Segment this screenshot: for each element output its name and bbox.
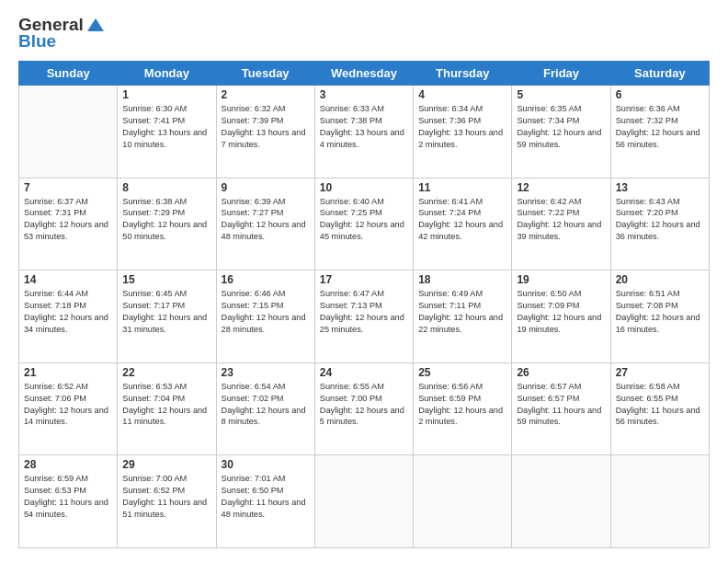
day-info: Sunrise: 6:33 AM Sunset: 7:38 PM Dayligh… bbox=[320, 103, 408, 151]
daylight-label: Daylight: 12 hours and 50 minutes. bbox=[122, 220, 207, 241]
weekday-header-friday: Friday bbox=[512, 62, 610, 86]
sunset-label: Sunset: 7:15 PM bbox=[222, 301, 284, 310]
daylight-label: Daylight: 12 hours and 36 minutes. bbox=[616, 220, 700, 241]
calendar-cell: 8 Sunrise: 6:38 AM Sunset: 7:29 PM Dayli… bbox=[118, 178, 216, 270]
sunrise-label: Sunrise: 6:49 AM bbox=[418, 289, 483, 298]
sunset-label: Sunset: 7:00 PM bbox=[320, 394, 382, 403]
daylight-label: Daylight: 12 hours and 31 minutes. bbox=[122, 313, 207, 334]
day-info: Sunrise: 6:40 AM Sunset: 7:25 PM Dayligh… bbox=[320, 196, 408, 244]
calendar-cell bbox=[314, 455, 413, 548]
day-info: Sunrise: 6:35 AM Sunset: 7:34 PM Dayligh… bbox=[517, 103, 605, 151]
calendar-cell: 10 Sunrise: 6:40 AM Sunset: 7:25 PM Dayl… bbox=[314, 178, 413, 270]
sunrise-label: Sunrise: 7:00 AM bbox=[122, 474, 187, 483]
calendar-cell: 21 Sunrise: 6:52 AM Sunset: 7:06 PM Dayl… bbox=[19, 362, 118, 455]
day-info: Sunrise: 6:50 AM Sunset: 7:09 PM Dayligh… bbox=[517, 288, 605, 336]
day-number: 17 bbox=[320, 273, 408, 286]
sunrise-label: Sunrise: 6:44 AM bbox=[24, 289, 88, 298]
calendar-week-4: 21 Sunrise: 6:52 AM Sunset: 7:06 PM Dayl… bbox=[19, 362, 710, 455]
calendar-cell: 5 Sunrise: 6:35 AM Sunset: 7:34 PM Dayli… bbox=[512, 86, 610, 178]
day-number: 9 bbox=[222, 181, 310, 194]
sunrise-label: Sunrise: 6:35 AM bbox=[517, 104, 581, 113]
sunrise-label: Sunrise: 6:52 AM bbox=[24, 382, 88, 391]
calendar-cell: 11 Sunrise: 6:41 AM Sunset: 7:24 PM Dayl… bbox=[414, 178, 512, 270]
daylight-label: Daylight: 13 hours and 10 minutes. bbox=[122, 128, 207, 149]
day-info: Sunrise: 6:57 AM Sunset: 6:57 PM Dayligh… bbox=[517, 381, 605, 429]
daylight-label: Daylight: 12 hours and 53 minutes. bbox=[24, 220, 108, 241]
daylight-label: Daylight: 12 hours and 2 minutes. bbox=[418, 406, 503, 427]
sunset-label: Sunset: 7:18 PM bbox=[24, 301, 86, 310]
day-info: Sunrise: 6:34 AM Sunset: 7:36 PM Dayligh… bbox=[418, 103, 506, 151]
day-info: Sunrise: 6:36 AM Sunset: 7:32 PM Dayligh… bbox=[616, 103, 704, 151]
sunrise-label: Sunrise: 7:01 AM bbox=[222, 474, 286, 483]
sunrise-label: Sunrise: 6:53 AM bbox=[122, 382, 187, 391]
daylight-label: Daylight: 13 hours and 7 minutes. bbox=[222, 128, 306, 149]
day-info: Sunrise: 7:01 AM Sunset: 6:50 PM Dayligh… bbox=[222, 473, 310, 521]
daylight-label: Daylight: 12 hours and 59 minutes. bbox=[517, 128, 601, 149]
calendar-cell: 24 Sunrise: 6:55 AM Sunset: 7:00 PM Dayl… bbox=[314, 362, 413, 455]
day-info: Sunrise: 6:52 AM Sunset: 7:06 PM Dayligh… bbox=[24, 381, 112, 429]
calendar-cell: 14 Sunrise: 6:44 AM Sunset: 7:18 PM Dayl… bbox=[19, 270, 118, 363]
calendar-cell: 9 Sunrise: 6:39 AM Sunset: 7:27 PM Dayli… bbox=[216, 178, 314, 270]
calendar-table: SundayMondayTuesdayWednesdayThursdayFrid… bbox=[18, 61, 710, 548]
svg-marker-0 bbox=[87, 18, 104, 31]
day-info: Sunrise: 6:51 AM Sunset: 7:08 PM Dayligh… bbox=[616, 288, 704, 336]
sunset-label: Sunset: 7:20 PM bbox=[616, 208, 678, 217]
day-info: Sunrise: 6:38 AM Sunset: 7:29 PM Dayligh… bbox=[122, 196, 210, 244]
weekday-header-sunday: Sunday bbox=[19, 62, 118, 86]
day-number: 1 bbox=[122, 88, 210, 101]
sunset-label: Sunset: 6:50 PM bbox=[222, 486, 284, 495]
day-number: 10 bbox=[320, 181, 408, 194]
sunset-label: Sunset: 6:53 PM bbox=[24, 486, 86, 495]
sunrise-label: Sunrise: 6:32 AM bbox=[222, 104, 286, 113]
calendar-cell: 3 Sunrise: 6:33 AM Sunset: 7:38 PM Dayli… bbox=[314, 86, 413, 178]
calendar-cell: 23 Sunrise: 6:54 AM Sunset: 7:02 PM Dayl… bbox=[216, 362, 314, 455]
daylight-label: Daylight: 12 hours and 56 minutes. bbox=[616, 128, 700, 149]
calendar-cell: 26 Sunrise: 6:57 AM Sunset: 6:57 PM Dayl… bbox=[512, 362, 610, 455]
daylight-label: Daylight: 12 hours and 22 minutes. bbox=[418, 313, 503, 334]
day-info: Sunrise: 6:56 AM Sunset: 6:59 PM Dayligh… bbox=[418, 381, 506, 429]
daylight-label: Daylight: 12 hours and 19 minutes. bbox=[517, 313, 601, 334]
header: General Blue bbox=[18, 15, 710, 52]
calendar-week-1: 1 Sunrise: 6:30 AM Sunset: 7:41 PM Dayli… bbox=[19, 86, 710, 178]
day-info: Sunrise: 6:55 AM Sunset: 7:00 PM Dayligh… bbox=[320, 381, 408, 429]
day-number: 15 bbox=[122, 273, 210, 286]
daylight-label: Daylight: 13 hours and 2 minutes. bbox=[418, 128, 503, 149]
calendar-cell: 19 Sunrise: 6:50 AM Sunset: 7:09 PM Dayl… bbox=[512, 270, 610, 363]
calendar-cell: 25 Sunrise: 6:56 AM Sunset: 6:59 PM Dayl… bbox=[414, 362, 512, 455]
sunset-label: Sunset: 7:38 PM bbox=[320, 116, 382, 125]
sunrise-label: Sunrise: 6:37 AM bbox=[24, 197, 88, 206]
day-number: 18 bbox=[418, 273, 506, 286]
sunset-label: Sunset: 7:13 PM bbox=[320, 301, 382, 310]
sunset-label: Sunset: 7:06 PM bbox=[24, 394, 86, 403]
sunset-label: Sunset: 6:52 PM bbox=[122, 486, 185, 495]
sunset-label: Sunset: 7:32 PM bbox=[616, 116, 678, 125]
day-number: 16 bbox=[222, 273, 310, 286]
day-number: 5 bbox=[517, 88, 605, 101]
day-info: Sunrise: 6:30 AM Sunset: 7:41 PM Dayligh… bbox=[122, 103, 210, 151]
weekday-header-monday: Monday bbox=[118, 62, 216, 86]
daylight-label: Daylight: 12 hours and 39 minutes. bbox=[517, 220, 601, 241]
day-info: Sunrise: 6:58 AM Sunset: 6:55 PM Dayligh… bbox=[616, 381, 704, 429]
calendar-cell bbox=[610, 455, 709, 548]
day-number: 6 bbox=[616, 88, 704, 101]
calendar-cell: 16 Sunrise: 6:46 AM Sunset: 7:15 PM Dayl… bbox=[216, 270, 314, 363]
weekday-header-saturday: Saturday bbox=[610, 62, 709, 86]
day-number: 7 bbox=[24, 181, 112, 194]
sunset-label: Sunset: 7:39 PM bbox=[222, 116, 284, 125]
daylight-label: Daylight: 11 hours and 54 minutes. bbox=[24, 498, 108, 519]
sunset-label: Sunset: 7:34 PM bbox=[517, 116, 579, 125]
daylight-label: Daylight: 12 hours and 28 minutes. bbox=[222, 313, 306, 334]
daylight-label: Daylight: 12 hours and 42 minutes. bbox=[418, 220, 503, 241]
day-info: Sunrise: 6:59 AM Sunset: 6:53 PM Dayligh… bbox=[24, 473, 112, 521]
day-info: Sunrise: 6:46 AM Sunset: 7:15 PM Dayligh… bbox=[222, 288, 310, 336]
sunset-label: Sunset: 7:31 PM bbox=[24, 208, 86, 217]
sunset-label: Sunset: 7:17 PM bbox=[122, 301, 185, 310]
day-info: Sunrise: 7:00 AM Sunset: 6:52 PM Dayligh… bbox=[122, 473, 210, 521]
sunrise-label: Sunrise: 6:33 AM bbox=[320, 104, 384, 113]
calendar-cell: 13 Sunrise: 6:43 AM Sunset: 7:20 PM Dayl… bbox=[610, 178, 709, 270]
day-number: 23 bbox=[222, 366, 310, 379]
daylight-label: Daylight: 12 hours and 5 minutes. bbox=[320, 406, 404, 427]
sunrise-label: Sunrise: 6:50 AM bbox=[517, 289, 581, 298]
calendar-cell bbox=[19, 86, 118, 178]
daylight-label: Daylight: 12 hours and 8 minutes. bbox=[222, 406, 306, 427]
